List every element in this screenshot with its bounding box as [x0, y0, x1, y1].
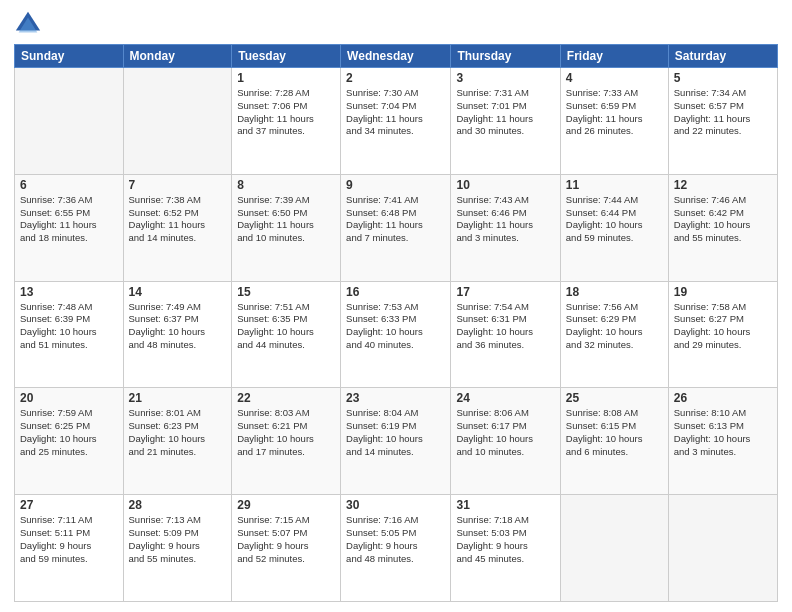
day-number: 27 [20, 498, 118, 512]
calendar-row-3: 20Sunrise: 7:59 AM Sunset: 6:25 PM Dayli… [15, 388, 778, 495]
day-number: 18 [566, 285, 663, 299]
day-number: 15 [237, 285, 335, 299]
day-detail: Sunrise: 7:46 AM Sunset: 6:42 PM Dayligh… [674, 194, 772, 245]
day-number: 13 [20, 285, 118, 299]
day-detail: Sunrise: 7:16 AM Sunset: 5:05 PM Dayligh… [346, 514, 445, 565]
day-detail: Sunrise: 7:56 AM Sunset: 6:29 PM Dayligh… [566, 301, 663, 352]
calendar-cell: 7Sunrise: 7:38 AM Sunset: 6:52 PM Daylig… [123, 174, 232, 281]
day-number: 5 [674, 71, 772, 85]
day-number: 31 [456, 498, 554, 512]
calendar-cell: 9Sunrise: 7:41 AM Sunset: 6:48 PM Daylig… [341, 174, 451, 281]
weekday-header-monday: Monday [123, 45, 232, 68]
day-number: 24 [456, 391, 554, 405]
calendar-cell: 14Sunrise: 7:49 AM Sunset: 6:37 PM Dayli… [123, 281, 232, 388]
day-number: 16 [346, 285, 445, 299]
day-detail: Sunrise: 7:49 AM Sunset: 6:37 PM Dayligh… [129, 301, 227, 352]
day-detail: Sunrise: 8:03 AM Sunset: 6:21 PM Dayligh… [237, 407, 335, 458]
day-number: 9 [346, 178, 445, 192]
day-number: 23 [346, 391, 445, 405]
day-detail: Sunrise: 7:36 AM Sunset: 6:55 PM Dayligh… [20, 194, 118, 245]
day-detail: Sunrise: 7:13 AM Sunset: 5:09 PM Dayligh… [129, 514, 227, 565]
calendar-cell: 24Sunrise: 8:06 AM Sunset: 6:17 PM Dayli… [451, 388, 560, 495]
day-detail: Sunrise: 8:04 AM Sunset: 6:19 PM Dayligh… [346, 407, 445, 458]
calendar-cell: 12Sunrise: 7:46 AM Sunset: 6:42 PM Dayli… [668, 174, 777, 281]
day-number: 11 [566, 178, 663, 192]
day-number: 7 [129, 178, 227, 192]
day-detail: Sunrise: 7:53 AM Sunset: 6:33 PM Dayligh… [346, 301, 445, 352]
calendar-cell: 11Sunrise: 7:44 AM Sunset: 6:44 PM Dayli… [560, 174, 668, 281]
calendar-cell: 3Sunrise: 7:31 AM Sunset: 7:01 PM Daylig… [451, 68, 560, 175]
day-detail: Sunrise: 7:38 AM Sunset: 6:52 PM Dayligh… [129, 194, 227, 245]
day-detail: Sunrise: 8:06 AM Sunset: 6:17 PM Dayligh… [456, 407, 554, 458]
calendar-cell: 8Sunrise: 7:39 AM Sunset: 6:50 PM Daylig… [232, 174, 341, 281]
calendar-cell: 1Sunrise: 7:28 AM Sunset: 7:06 PM Daylig… [232, 68, 341, 175]
day-number: 14 [129, 285, 227, 299]
calendar-cell: 23Sunrise: 8:04 AM Sunset: 6:19 PM Dayli… [341, 388, 451, 495]
day-number: 22 [237, 391, 335, 405]
weekday-header-saturday: Saturday [668, 45, 777, 68]
day-detail: Sunrise: 7:44 AM Sunset: 6:44 PM Dayligh… [566, 194, 663, 245]
day-number: 29 [237, 498, 335, 512]
calendar-cell: 22Sunrise: 8:03 AM Sunset: 6:21 PM Dayli… [232, 388, 341, 495]
day-detail: Sunrise: 7:41 AM Sunset: 6:48 PM Dayligh… [346, 194, 445, 245]
day-detail: Sunrise: 7:33 AM Sunset: 6:59 PM Dayligh… [566, 87, 663, 138]
calendar-cell: 10Sunrise: 7:43 AM Sunset: 6:46 PM Dayli… [451, 174, 560, 281]
calendar-table: SundayMondayTuesdayWednesdayThursdayFrid… [14, 44, 778, 602]
calendar-cell: 28Sunrise: 7:13 AM Sunset: 5:09 PM Dayli… [123, 495, 232, 602]
day-detail: Sunrise: 7:59 AM Sunset: 6:25 PM Dayligh… [20, 407, 118, 458]
day-detail: Sunrise: 8:01 AM Sunset: 6:23 PM Dayligh… [129, 407, 227, 458]
calendar-cell: 27Sunrise: 7:11 AM Sunset: 5:11 PM Dayli… [15, 495, 124, 602]
calendar-cell: 17Sunrise: 7:54 AM Sunset: 6:31 PM Dayli… [451, 281, 560, 388]
weekday-header-thursday: Thursday [451, 45, 560, 68]
weekday-header-wednesday: Wednesday [341, 45, 451, 68]
day-number: 10 [456, 178, 554, 192]
calendar-cell: 13Sunrise: 7:48 AM Sunset: 6:39 PM Dayli… [15, 281, 124, 388]
day-number: 12 [674, 178, 772, 192]
day-number: 6 [20, 178, 118, 192]
day-detail: Sunrise: 7:11 AM Sunset: 5:11 PM Dayligh… [20, 514, 118, 565]
calendar-cell: 21Sunrise: 8:01 AM Sunset: 6:23 PM Dayli… [123, 388, 232, 495]
calendar-cell: 18Sunrise: 7:56 AM Sunset: 6:29 PM Dayli… [560, 281, 668, 388]
calendar-cell: 20Sunrise: 7:59 AM Sunset: 6:25 PM Dayli… [15, 388, 124, 495]
calendar-cell [15, 68, 124, 175]
weekday-header-friday: Friday [560, 45, 668, 68]
weekday-header-sunday: Sunday [15, 45, 124, 68]
logo [14, 10, 46, 38]
header [14, 10, 778, 38]
day-number: 4 [566, 71, 663, 85]
day-detail: Sunrise: 7:28 AM Sunset: 7:06 PM Dayligh… [237, 87, 335, 138]
day-number: 19 [674, 285, 772, 299]
day-detail: Sunrise: 7:34 AM Sunset: 6:57 PM Dayligh… [674, 87, 772, 138]
calendar-cell: 16Sunrise: 7:53 AM Sunset: 6:33 PM Dayli… [341, 281, 451, 388]
day-detail: Sunrise: 7:31 AM Sunset: 7:01 PM Dayligh… [456, 87, 554, 138]
calendar-cell: 5Sunrise: 7:34 AM Sunset: 6:57 PM Daylig… [668, 68, 777, 175]
calendar-cell: 19Sunrise: 7:58 AM Sunset: 6:27 PM Dayli… [668, 281, 777, 388]
day-number: 26 [674, 391, 772, 405]
calendar-cell: 6Sunrise: 7:36 AM Sunset: 6:55 PM Daylig… [15, 174, 124, 281]
day-detail: Sunrise: 7:43 AM Sunset: 6:46 PM Dayligh… [456, 194, 554, 245]
day-number: 30 [346, 498, 445, 512]
day-number: 20 [20, 391, 118, 405]
day-detail: Sunrise: 7:48 AM Sunset: 6:39 PM Dayligh… [20, 301, 118, 352]
day-number: 3 [456, 71, 554, 85]
day-detail: Sunrise: 8:08 AM Sunset: 6:15 PM Dayligh… [566, 407, 663, 458]
calendar-cell [668, 495, 777, 602]
calendar-row-1: 6Sunrise: 7:36 AM Sunset: 6:55 PM Daylig… [15, 174, 778, 281]
day-number: 2 [346, 71, 445, 85]
calendar-cell: 25Sunrise: 8:08 AM Sunset: 6:15 PM Dayli… [560, 388, 668, 495]
logo-icon [14, 10, 42, 38]
day-number: 25 [566, 391, 663, 405]
weekday-header-tuesday: Tuesday [232, 45, 341, 68]
calendar-cell [123, 68, 232, 175]
weekday-header-row: SundayMondayTuesdayWednesdayThursdayFrid… [15, 45, 778, 68]
calendar-row-2: 13Sunrise: 7:48 AM Sunset: 6:39 PM Dayli… [15, 281, 778, 388]
day-detail: Sunrise: 8:10 AM Sunset: 6:13 PM Dayligh… [674, 407, 772, 458]
day-detail: Sunrise: 7:15 AM Sunset: 5:07 PM Dayligh… [237, 514, 335, 565]
calendar-cell [560, 495, 668, 602]
calendar-row-4: 27Sunrise: 7:11 AM Sunset: 5:11 PM Dayli… [15, 495, 778, 602]
day-detail: Sunrise: 7:39 AM Sunset: 6:50 PM Dayligh… [237, 194, 335, 245]
calendar-row-0: 1Sunrise: 7:28 AM Sunset: 7:06 PM Daylig… [15, 68, 778, 175]
day-detail: Sunrise: 7:51 AM Sunset: 6:35 PM Dayligh… [237, 301, 335, 352]
calendar-cell: 31Sunrise: 7:18 AM Sunset: 5:03 PM Dayli… [451, 495, 560, 602]
calendar-cell: 4Sunrise: 7:33 AM Sunset: 6:59 PM Daylig… [560, 68, 668, 175]
